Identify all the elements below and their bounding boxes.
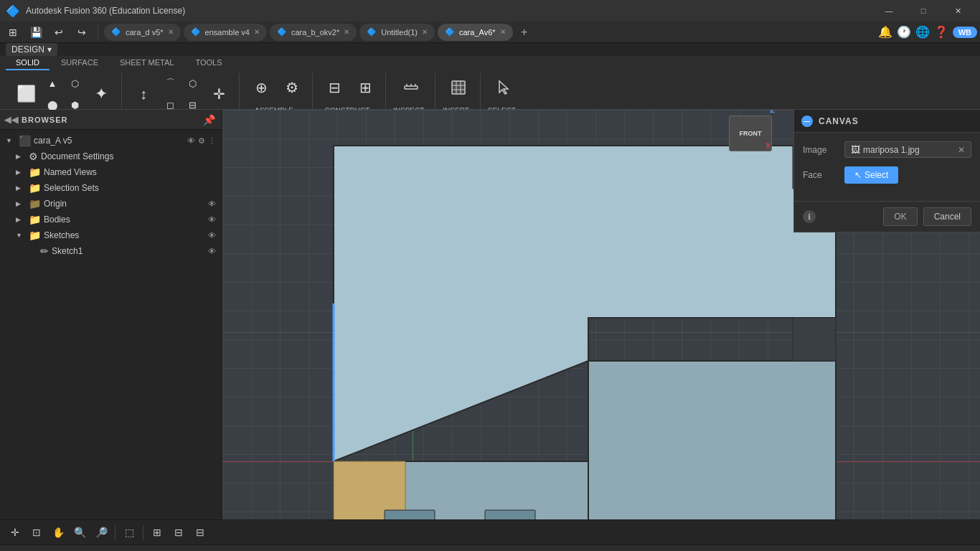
tab-untitled-label: Untitled(1) [381,28,418,37]
ribbon-group-assemble: ⊕ ⚙ ASSEMBLE ▾ [241,73,313,115]
look-at-button[interactable]: 🔍 [70,523,89,542]
user-badge[interactable]: WB [953,27,977,38]
tab-solid[interactable]: SOLID [6,56,50,70]
extrude-button[interactable]: ▲ [42,73,62,93]
tab-cara-a-close[interactable]: ✕ [500,28,506,36]
tab-surface[interactable]: SURFACE [51,56,108,70]
sketch1-visibility-icon[interactable]: 👁 [208,247,216,255]
tab-sheet-metal[interactable]: SHEET METAL [110,56,184,70]
tree-item-named-views[interactable]: ▶ 📁 Named Views [0,164,222,180]
root-visibility-icon[interactable]: 👁 [187,136,195,145]
tab-ensamble[interactable]: 🔷 ensamble v4 ✕ [184,24,267,41]
tab-cara-b[interactable]: 🔷 cara_b_okv2* ✕ [270,24,357,41]
tab-cara-a[interactable]: 🔷 cara_Av6* ✕ [438,24,513,41]
browser-pin-button[interactable]: 📌 [203,114,216,126]
comments-bar: ◀◀ COMMENTS + [0,545,980,551]
pattern-icon: ✦ [95,85,108,103]
viewport[interactable]: X FRONT Z — CANVAS Image 🖼 mariposa 1.jp… [222,110,980,519]
bodies-visibility-icon[interactable]: 👁 [208,215,216,224]
pan-button[interactable]: ✛ [6,523,24,542]
create-new-component-button[interactable]: ⬜ [11,80,40,108]
canvas-image-row: Image 🖼 mariposa 1.jpg ✕ [803,141,971,158]
root-settings-icon[interactable]: ⚙ [198,136,205,146]
fillet-button[interactable]: ⌒ [160,73,180,93]
combine-button[interactable]: ⬡ [182,73,202,93]
canvas-ok-button[interactable]: OK [883,207,917,226]
pattern-button[interactable]: ✦ [87,80,116,108]
cylinder-button[interactable]: ⬡ [65,73,85,93]
tab-untitled[interactable]: 🔷 Untitled(1) ✕ [359,24,435,41]
press-pull-button[interactable]: ↕ [129,80,158,108]
orbit-button[interactable]: ✋ [49,523,67,542]
origin-visibility-icon[interactable]: 👁 [208,199,216,208]
quick-access-undo[interactable]: ↩ [49,22,69,42]
bodies-chevron-icon: ▶ [16,216,26,223]
y-axis-line [413,332,413,519]
measure-button[interactable] [397,73,425,102]
insert-mesh-button[interactable] [444,73,473,102]
tab-tools[interactable]: TOOLS [185,56,232,70]
face-select-button[interactable]: ↖ Select [844,166,898,184]
zoom-fit-button[interactable]: ⊡ [27,523,46,542]
origin-folder-icon: 📁 [29,198,41,209]
quick-access-save[interactable]: 💾 [26,22,46,42]
ribbon-mode-bar: DESIGN ▾ [0,43,980,56]
joint-button[interactable]: ⊕ [247,73,275,102]
tree-item-origin[interactable]: ▶ 📁 Origin 👁 [0,196,222,212]
tab-cara-b-icon: 🔷 [277,27,287,37]
image-remove-button[interactable]: ✕ [958,145,965,155]
tab-cara-b-close[interactable]: ✕ [344,28,349,36]
tree-item-sketches[interactable]: ▼ 📁 Sketches 👁 [0,227,222,243]
canvas-panel-header: — CANVAS [794,110,980,133]
sketch1-icon: ✏ [40,245,49,257]
window-select-button[interactable]: ⬚ [120,523,138,542]
tree-root-item[interactable]: ▼ ⬛ cara_A v5 👁 ⚙ ⋮ [0,133,222,149]
design-mode-button[interactable]: DESIGN ▾ [6,43,57,56]
notification-icon[interactable]: 🔔 [878,25,892,39]
viewcube[interactable]: X FRONT Z [729,116,786,166]
canvas-panel-title: CANVAS [819,116,859,126]
new-tab-button[interactable]: + [516,24,533,41]
more-settings-button[interactable]: ⊟ [191,523,209,542]
insert-icon [450,79,467,96]
move-button[interactable]: ✛ [204,80,233,108]
offset-plane-button[interactable]: ⊟ [320,73,349,102]
browser-collapse-button[interactable]: ◀◀ [6,114,17,126]
browser-tree: ▼ ⬛ cara_A v5 👁 ⚙ ⋮ ▶ ⚙ Document Setting… [0,130,222,519]
grid-settings-button[interactable]: ⊟ [169,523,188,542]
tab-cara-d[interactable]: 🔷 cara_d v5* ✕ [104,24,181,41]
quick-access-redo[interactable]: ↪ [72,22,92,42]
minimize-button[interactable]: — [872,0,905,22]
globe-icon[interactable]: 🌐 [915,25,930,39]
tab-ensamble-close[interactable]: ✕ [254,28,260,36]
tree-item-bodies[interactable]: ▶ 📁 Bodies 👁 [0,212,222,227]
close-button[interactable]: ✕ [941,0,974,22]
selection-sets-chevron-icon: ▶ [16,184,26,192]
display-settings-button[interactable]: ⊞ [148,523,166,542]
root-icon: ⬛ [19,135,31,146]
clock-icon[interactable]: 🕐 [897,25,911,39]
tree-item-document-settings[interactable]: ▶ ⚙ Document Settings [0,149,222,164]
sketches-visibility-icon[interactable]: 👁 [208,231,216,240]
help-icon[interactable]: ❓ [934,25,948,39]
root-chevron-icon: ▼ [6,137,16,144]
canvas-cancel-button[interactable]: Cancel [923,207,971,226]
tree-item-sketch1[interactable]: ▶ ✏ Sketch1 👁 [0,243,222,259]
image-filename: mariposa 1.jpg [863,145,920,155]
canvas-panel-collapse-button[interactable]: — [801,116,813,127]
ribbon-group-modify: ↕ ⌒ ◻ ⬡ ⊟ ✛ MODIFY ▾ [123,73,240,115]
maximize-button[interactable]: □ [907,0,940,22]
design-label: DESIGN [11,44,44,55]
tab-cara-d-close[interactable]: ✕ [168,28,174,36]
root-more-icon[interactable]: ⋮ [208,136,216,146]
tree-item-selection-sets[interactable]: ▶ 📁 Selection Sets [0,180,222,196]
select-button[interactable] [490,73,519,102]
zoom-button[interactable]: 🔎 [92,523,110,542]
tab-untitled-close[interactable]: ✕ [422,28,428,36]
quick-access-grid[interactable]: ⊞ [3,22,23,42]
tab-cara-d-label: cara_d v5* [126,28,164,37]
new-component-icon: ⬜ [17,85,36,103]
midplane-button[interactable]: ⊞ [351,73,380,102]
drive-joints-button[interactable]: ⚙ [278,73,306,102]
root-label: cara_A v5 [34,136,184,146]
